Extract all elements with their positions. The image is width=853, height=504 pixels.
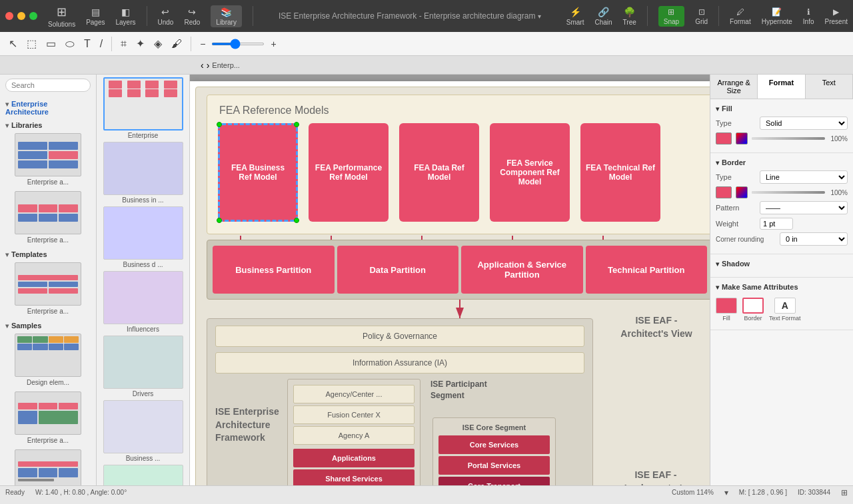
shared-services-box[interactable]: Shared Services	[293, 469, 415, 485]
zoom-out-btn[interactable]: −	[197, 37, 209, 51]
thumb-business-in[interactable]: Business in ...	[99, 142, 187, 204]
nav-section-enterprise-architecture[interactable]: ▾Enterprise Architecture	[0, 99, 96, 117]
fea-box-data[interactable]: FEA Data Ref Model	[399, 123, 479, 222]
erase-tool[interactable]: ◈	[151, 35, 165, 52]
policy-governance-box[interactable]: Policy & Governance	[215, 326, 584, 347]
canvas-area[interactable]: FEA Reference Models FEA Business Ref Mo…	[190, 75, 710, 485]
core-transport-box[interactable]: Core Transport	[438, 477, 550, 485]
data-partition-box[interactable]: Data Partition	[337, 246, 459, 294]
separator3	[647, 6, 648, 26]
core-services-box[interactable]: Core Services	[438, 435, 550, 454]
waypoint-tool[interactable]: ✦	[133, 35, 148, 52]
fill-type-select[interactable]: Solid Gradient None	[760, 117, 848, 130]
present-button[interactable]: ▶ Present	[825, 7, 848, 25]
format-button[interactable]: 🖊 Format	[730, 7, 751, 25]
make-same-fill-button[interactable]: Fill	[716, 298, 737, 322]
thumb-business-d[interactable]: Business d ...	[99, 206, 187, 268]
make-same-text-format-button[interactable]: A Text Format	[769, 298, 801, 322]
title-dropdown-arrow[interactable]: ▾	[538, 13, 541, 20]
corner-rounding-select[interactable]: 0 in 0.1 in 0.2 in	[780, 232, 848, 246]
text-tool[interactable]: T	[81, 36, 94, 52]
connect-tool[interactable]: ⌗	[117, 36, 130, 52]
info-button[interactable]: ℹ Info	[803, 7, 814, 25]
thumb-box-influencers	[103, 271, 183, 324]
fea-box-business[interactable]: FEA Business Ref Model	[218, 123, 298, 222]
pages-button[interactable]: ▤ Pages	[86, 7, 105, 26]
portal-services-box[interactable]: Portal Services	[438, 456, 550, 475]
thumb-operating[interactable]: Operating ...	[99, 465, 187, 485]
border-weight-input[interactable]	[760, 218, 793, 230]
rect-tool[interactable]: ▭	[43, 35, 59, 52]
thumb-business[interactable]: Business ...	[99, 400, 187, 462]
minimize-button[interactable]	[17, 12, 25, 20]
fill-color-picker[interactable]	[736, 132, 748, 144]
lib-item-enterprise-1[interactable]: Enterprise a...	[0, 130, 96, 188]
ellipse-tool[interactable]: ⬭	[62, 36, 78, 52]
select-tool[interactable]: ⬚	[23, 35, 40, 52]
fill-color-swatch[interactable]	[716, 132, 732, 144]
technical-partition-box[interactable]: Technical Partition	[586, 246, 708, 294]
thumb-influencers[interactable]: Influencers	[99, 271, 187, 333]
tab-arrange-size[interactable]: Arrange & Size	[710, 75, 758, 99]
tree-button[interactable]: 🌳 Tree	[623, 7, 636, 26]
border-type-select[interactable]: Line Dashed None	[760, 170, 848, 184]
information-assurance-box[interactable]: Information Assurance (IA)	[215, 352, 584, 374]
lib-item-samples-1[interactable]: Design elem...	[0, 331, 96, 389]
solutions-button[interactable]: ⊞ Solutions	[48, 5, 75, 28]
border-opacity-label: 100%	[829, 189, 848, 196]
shadow-section: ▾ Shadow	[710, 254, 853, 278]
thumb-enterprise[interactable]: Enterprise	[99, 77, 187, 139]
fea-box-technical[interactable]: FEA Technical Ref Model	[580, 123, 660, 222]
hypernote-button[interactable]: 📝 Hypernote	[762, 7, 792, 25]
app-service-partition-box[interactable]: Application & Service Partition	[461, 246, 583, 294]
border-color-swatch[interactable]	[716, 186, 732, 198]
lib-label-enterprise-1: Enterprise a...	[27, 178, 69, 186]
border-pattern-select[interactable]: —— - - - ·····	[760, 201, 848, 214]
agency-a-box[interactable]: Agency A	[293, 426, 415, 445]
zoom-in-btn[interactable]: +	[267, 37, 279, 51]
line-tool[interactable]: /	[97, 36, 106, 52]
chain-button[interactable]: 🔗 Chain	[594, 7, 612, 26]
snap-button[interactable]: ⊞ Snap	[658, 6, 684, 27]
search-input[interactable]	[5, 79, 91, 92]
fill-type-label: Type	[716, 119, 756, 127]
nav-subsection-samples[interactable]: ▾Samples	[0, 320, 96, 331]
format-paint-tool[interactable]: 🖌	[168, 36, 185, 52]
lib-item-samples-2[interactable]: Enterprise a...	[0, 389, 96, 447]
back-button[interactable]: ‹	[201, 60, 204, 71]
partition-section: Business Partition Data Partition Applic…	[207, 240, 710, 300]
redo-button[interactable]: ↪ Redo	[184, 7, 200, 26]
forward-button[interactable]: ›	[207, 60, 210, 71]
pointer-tool[interactable]: ↖	[5, 35, 21, 52]
fea-box-performance[interactable]: FEA Performance Ref Model	[309, 123, 389, 222]
library-button[interactable]: 📚 Library	[211, 5, 242, 27]
applications-box[interactable]: Applications	[293, 449, 415, 467]
nav-subsection-libraries[interactable]: ▾Libraries	[0, 120, 96, 130]
zoom-slider[interactable]	[211, 43, 265, 45]
fusion-center-box[interactable]: Fusion Center X	[293, 405, 415, 424]
undo-button[interactable]: ↩ Undo	[158, 7, 174, 26]
thumb-box-enterprise	[103, 77, 183, 130]
smart-button[interactable]: ⚡ Smart	[566, 7, 584, 26]
zoom-popup-icon[interactable]: ▾	[724, 488, 728, 497]
lib-thumb-enterprise-2	[15, 191, 81, 234]
agency-center-box[interactable]: Agency/Center ...	[293, 385, 415, 403]
layers-button[interactable]: ◧ Layers	[116, 7, 136, 26]
lib-item-templates-1[interactable]: Enterprise a...	[0, 260, 96, 318]
fea-box-service-component[interactable]: FEA Service Component Ref Model	[490, 123, 570, 222]
tab-text[interactable]: Text	[806, 75, 853, 99]
make-same-border-button[interactable]: Border	[742, 298, 764, 322]
tab-format[interactable]: Format	[758, 75, 805, 99]
close-button[interactable]	[5, 12, 13, 20]
lib-item-enterprise-2[interactable]: Enterprise a...	[0, 188, 96, 246]
diagram-canvas[interactable]: FEA Reference Models FEA Business Ref Mo…	[190, 81, 710, 485]
lib-item-samples-3[interactable]: Enterprise a...	[0, 447, 96, 485]
nav-subsection-templates[interactable]: ▾Templates	[0, 249, 96, 260]
thumb-box-business	[103, 400, 183, 453]
thumb-drivers[interactable]: Drivers	[99, 336, 187, 397]
business-partition-box[interactable]: Business Partition	[213, 246, 335, 294]
make-same-title: ▾ Make Same Attributes	[716, 283, 848, 291]
border-color-picker[interactable]	[736, 186, 748, 198]
maximize-button[interactable]	[29, 12, 37, 20]
grid-button[interactable]: ⊡ Grid	[695, 7, 708, 25]
